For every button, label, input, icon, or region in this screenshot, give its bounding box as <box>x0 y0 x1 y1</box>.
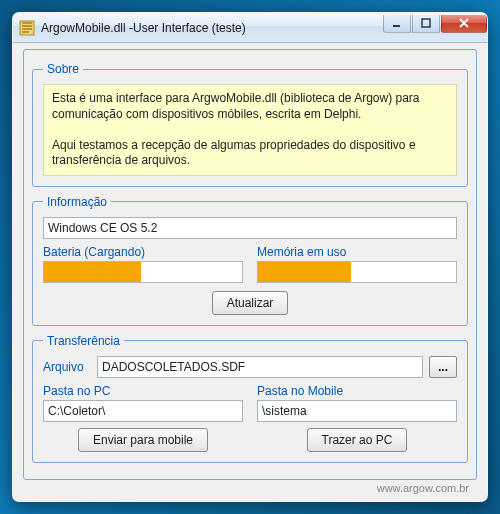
info-group: Informação Bateria (Cargando) Memória em… <box>32 195 468 326</box>
refresh-button[interactable]: Atualizar <box>212 291 289 315</box>
minimize-button[interactable] <box>383 15 411 33</box>
titlebar[interactable]: ArgowMobile.dll -User Interface (teste) <box>13 13 487 43</box>
info-legend: Informação <box>43 195 111 209</box>
transfer-legend: Transferência <box>43 334 124 348</box>
main-panel: Sobre Esta é uma interface para ArgwoMob… <box>23 49 477 480</box>
battery-progress <box>43 261 243 283</box>
app-window: ArgowMobile.dll -User Interface (teste) … <box>12 12 488 502</box>
memory-fill <box>258 262 351 282</box>
os-field[interactable] <box>43 217 457 239</box>
window-title: ArgowMobile.dll -User Interface (teste) <box>41 21 382 35</box>
battery-fill <box>44 262 141 282</box>
memory-label: Memória em uso <box>257 245 457 259</box>
window-buttons <box>382 15 487 35</box>
file-label: Arquivo <box>43 360 91 374</box>
bring-to-pc-button[interactable]: Trazer ao PC <box>307 428 408 452</box>
browse-button[interactable]: ... <box>429 356 457 378</box>
svg-rect-2 <box>422 19 430 27</box>
close-button[interactable] <box>441 15 487 33</box>
send-to-mobile-button[interactable]: Enviar para mobile <box>78 428 208 452</box>
client-area: Sobre Esta é uma interface para ArgwoMob… <box>13 43 487 498</box>
transfer-group: Transferência Arquivo ... Pasta no PC Pa… <box>32 334 468 463</box>
battery-label: Bateria (Cargando) <box>43 245 243 259</box>
about-group: Sobre Esta é uma interface para ArgwoMob… <box>32 62 468 187</box>
memory-progress <box>257 261 457 283</box>
file-input[interactable] <box>97 356 423 378</box>
mobile-folder-input[interactable] <box>257 400 457 422</box>
app-icon <box>19 20 35 36</box>
pc-folder-label: Pasta no PC <box>43 384 243 398</box>
pc-folder-input[interactable] <box>43 400 243 422</box>
mobile-folder-label: Pasta no Mobile <box>257 384 457 398</box>
maximize-button[interactable] <box>412 15 440 33</box>
footer-link[interactable]: www.argow.com.br <box>23 480 477 494</box>
svg-rect-1 <box>393 25 400 27</box>
about-line2: Aqui testamos a recepção de algumas prop… <box>52 138 448 169</box>
about-text: Esta é uma interface para ArgwoMobile.dl… <box>43 84 457 176</box>
about-line1: Esta é uma interface para ArgwoMobile.dl… <box>52 91 448 122</box>
about-legend: Sobre <box>43 62 83 76</box>
